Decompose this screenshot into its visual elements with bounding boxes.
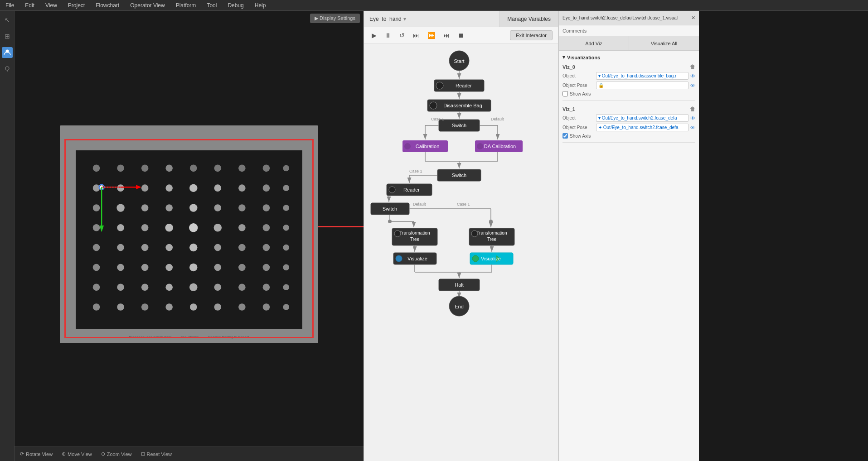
svg-point-5 <box>141 165 149 172</box>
left-sidebar: ↖ ⊞ <box>0 11 15 461</box>
viz-0-object-row: Object ▾ Out/Eye_to_hand.disassemble_bag… <box>563 72 695 80</box>
reset-view-button[interactable]: ⊡ Reset View <box>141 451 172 457</box>
svg-point-61 <box>189 283 198 291</box>
svg-point-46 <box>263 244 270 251</box>
chevron-down-icon[interactable]: ▾ <box>563 54 565 60</box>
svg-point-51 <box>165 264 173 271</box>
svg-point-89 <box>436 82 443 89</box>
svg-point-25 <box>189 204 198 212</box>
svg-marker-82 <box>99 226 104 232</box>
viz-1-show-axis-checkbox[interactable] <box>563 133 568 139</box>
cursor-icon[interactable]: ↖ <box>2 14 13 25</box>
close-panel-button[interactable]: ✕ <box>691 15 695 21</box>
svg-point-105 <box>404 143 411 149</box>
svg-point-28 <box>263 204 270 211</box>
right-panel: Eye_to_hand.switch2.fcase_default.switch… <box>558 11 699 461</box>
menu-platform[interactable]: Platform <box>174 1 198 10</box>
stop-button[interactable]: ⏹ <box>456 30 466 40</box>
user-icon[interactable] <box>2 47 13 58</box>
svg-point-54 <box>238 264 246 271</box>
pause-button[interactable]: ⏸ <box>383 30 393 40</box>
viewport: ▶ Display Settings /* dots rendered belo… <box>15 11 364 461</box>
svg-point-27 <box>238 204 246 211</box>
svg-point-57 <box>93 283 100 291</box>
viz-0-pose-eye-icon[interactable]: 👁 <box>690 83 695 88</box>
svg-text:Transformation: Transformation <box>477 230 507 235</box>
viz-1-pose-eye-icon[interactable]: 👁 <box>690 125 695 130</box>
viz-1-object-row: Object ▾ Out/Eye_to_hand.switch2.fcase_d… <box>563 114 695 122</box>
svg-point-132 <box>388 220 392 223</box>
svg-point-74 <box>283 304 289 310</box>
menu-project[interactable]: Project <box>66 1 87 10</box>
menu-tool[interactable]: Tool <box>205 1 218 10</box>
svg-text:Default: Default <box>413 202 426 206</box>
bulb-icon[interactable] <box>2 63 13 74</box>
svg-text:Visualize: Visualize <box>481 256 501 261</box>
viz-0-delete-button[interactable]: 🗑 <box>690 64 695 70</box>
svg-text:Default: Default <box>491 117 504 121</box>
svg-point-3 <box>93 165 100 172</box>
menu-view[interactable]: View <box>44 1 59 10</box>
menu-flowchart[interactable]: Flowchart <box>94 1 121 10</box>
move-icon: ⊕ <box>62 451 66 457</box>
rotate-view-button[interactable]: ⟳ Rotate View <box>20 451 53 457</box>
viz-1-block: Viz_1 🗑 Object ▾ Out/Eye_to_hand.switch2… <box>563 106 695 143</box>
step-forward-button[interactable]: ⏭ <box>411 30 422 40</box>
move-view-button[interactable]: ⊕ Move View <box>62 451 92 457</box>
flowchart-name: Eye_to_hand ▾ <box>364 16 499 22</box>
flowchart-dropdown-icon[interactable]: ▾ <box>403 16 406 22</box>
svg-text:DA Calibration: DA Calibration <box>484 144 516 149</box>
viz-1-pose-value[interactable]: ✦ Out/Eye_to_hand.switch2.fcase_defa <box>596 124 689 131</box>
menu-help[interactable]: Help <box>253 1 268 10</box>
svg-point-73 <box>263 303 270 311</box>
menu-debug[interactable]: Debug <box>226 1 245 10</box>
svg-point-11 <box>283 165 289 172</box>
fast-forward-button[interactable]: ⏩ <box>425 30 437 40</box>
manage-variables-button[interactable]: Manage Variables <box>499 11 558 27</box>
svg-text:Transformation: Transformation <box>400 230 430 235</box>
svg-text:Case 1: Case 1 <box>457 202 470 206</box>
camera-view: /* dots rendered below */ <box>15 25 364 443</box>
svg-point-58 <box>117 283 124 291</box>
svg-point-52 <box>189 264 198 272</box>
viz-1-delete-button[interactable]: 🗑 <box>690 106 695 112</box>
svg-text:Visualize: Visualize <box>407 256 427 261</box>
viz-0-pose-value[interactable]: 🔒 <box>596 82 689 89</box>
refresh-button[interactable]: ↺ <box>397 30 407 40</box>
svg-point-21 <box>93 204 100 211</box>
svg-point-47 <box>283 245 289 251</box>
viz-0-show-axis-row: Show Axis <box>563 91 695 96</box>
viz-1-object-value[interactable]: ▾ Out/Eye_to_hand.switch2.fcase_defa <box>596 114 689 122</box>
svg-point-26 <box>214 204 222 211</box>
viz-1-object-eye-icon[interactable]: 👁 <box>690 115 695 121</box>
svg-point-10 <box>263 165 270 172</box>
viz-0-object-eye-icon[interactable]: 👁 <box>690 73 695 79</box>
viz-0-object-value[interactable]: ▾ Out/Eye_to_hand.disassemble_bag.r <box>596 72 689 80</box>
add-viz-button[interactable]: Add Viz <box>559 36 629 50</box>
svg-point-30 <box>93 224 100 231</box>
exit-interactor-button[interactable]: Exit Interactor <box>510 30 553 40</box>
svg-text:Case 1: Case 1 <box>431 117 444 121</box>
svg-point-24 <box>165 204 173 211</box>
svg-point-8 <box>214 165 222 172</box>
svg-point-37 <box>263 224 270 231</box>
menu-edit[interactable]: Edit <box>23 1 36 10</box>
svg-point-18 <box>238 184 246 192</box>
svg-point-43 <box>189 244 198 252</box>
svg-point-17 <box>214 184 222 192</box>
display-settings-button[interactable]: ▶ Display Settings <box>310 14 360 23</box>
menu-file[interactable]: File <box>4 1 16 10</box>
layers-icon[interactable]: ⊞ <box>2 31 13 42</box>
flowchart-header: Eye_to_hand ▾ Manage Variables <box>364 11 558 27</box>
flowchart-canvas[interactable]: Start Reader Disassemble Bag Switch <box>364 43 558 461</box>
svg-point-14 <box>141 184 149 192</box>
svg-text:Start: Start <box>454 58 464 64</box>
menu-operator-view[interactable]: Operator View <box>128 1 166 10</box>
viz-0-show-axis-checkbox[interactable] <box>563 91 568 96</box>
visualize-all-button[interactable]: Visualize All <box>629 36 699 50</box>
svg-point-33 <box>165 224 173 232</box>
skip-button[interactable]: ⏭ <box>441 30 452 40</box>
play-button[interactable]: ▶ <box>369 30 379 40</box>
svg-text:Switch: Switch <box>452 123 466 128</box>
zoom-view-button[interactable]: ⊙ Zoom View <box>101 451 132 457</box>
